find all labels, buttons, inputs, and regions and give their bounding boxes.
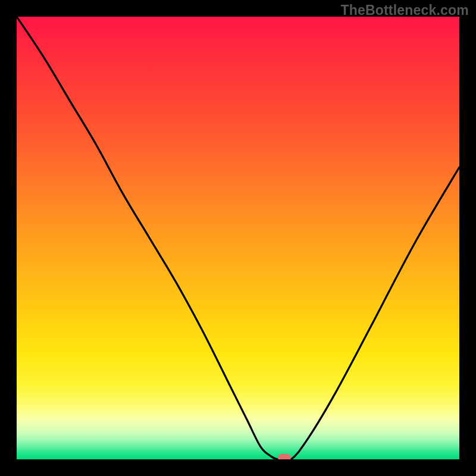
optimum-marker xyxy=(278,454,291,459)
watermark-text: TheBottleneck.com xyxy=(340,2,469,18)
chart-frame: TheBottleneck.com xyxy=(0,0,476,476)
plot-area xyxy=(17,17,459,459)
bottleneck-curve xyxy=(17,17,459,459)
